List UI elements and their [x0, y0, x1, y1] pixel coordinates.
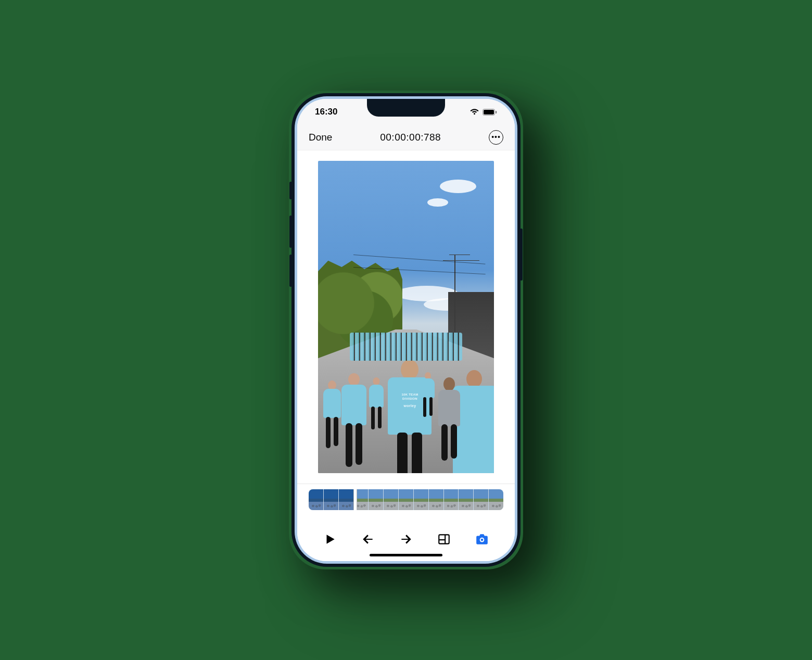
svg-rect-1: [484, 110, 494, 115]
preview-area: 10K TEAM DIVISION worley: [297, 150, 515, 484]
phone-silence-switch: [289, 182, 292, 199]
play-icon: [323, 532, 337, 546]
done-button[interactable]: Done: [309, 132, 332, 143]
step-back-button[interactable]: [358, 529, 378, 550]
nav-bar: Done 00:00:00:788 •••: [297, 125, 515, 150]
phone-notch: [367, 99, 445, 117]
crowd-distant: [350, 333, 462, 361]
timecode-display: 00:00:00:788: [380, 132, 441, 143]
svg-point-7: [481, 539, 484, 541]
playhead[interactable]: [353, 489, 357, 510]
cloud-2: [427, 198, 448, 207]
wifi-icon: [470, 108, 479, 116]
battery-icon: [483, 109, 497, 116]
timeline-thumbnail[interactable]: [414, 489, 428, 510]
timeline-thumbnail[interactable]: [489, 489, 503, 510]
timeline-thumbnail[interactable]: [474, 489, 488, 510]
phone-volume-up: [289, 215, 292, 248]
phone-volume-down: [289, 255, 292, 287]
capture-frame-button[interactable]: [472, 529, 492, 550]
timeline-thumbnail[interactable]: [399, 489, 413, 510]
camera-icon: [475, 532, 489, 546]
more-options-button[interactable]: •••: [489, 130, 503, 145]
timeline-thumbnail[interactable]: [444, 489, 459, 510]
phone-screen: 16:30 Done 00:00:00:788 •••: [297, 99, 515, 561]
phone-bezel: 16:30 Done 00:00:00:788 •••: [295, 96, 517, 564]
status-time: 16:30: [315, 107, 337, 117]
timeline-thumbnail[interactable]: [369, 489, 383, 510]
cloud-1: [440, 180, 476, 193]
compare-icon: [437, 532, 451, 546]
arrow-right-icon: [399, 532, 413, 546]
timeline-thumbnail[interactable]: [339, 489, 353, 510]
video-frame-preview[interactable]: 10K TEAM DIVISION worley: [318, 161, 494, 474]
runner-right-2: [436, 377, 462, 461]
phone-power-button: [520, 229, 523, 281]
status-indicators: [470, 108, 497, 116]
phone-frame: 16:30 Done 00:00:00:788 •••: [291, 93, 521, 567]
runner-left-2: [322, 380, 342, 448]
timeline-strip: [297, 484, 515, 521]
power-line-1: [353, 255, 485, 264]
step-forward-button[interactable]: [396, 529, 416, 550]
timeline-thumbnail[interactable]: [384, 489, 398, 510]
runner-mid-1: [367, 377, 385, 429]
timeline-thumbnail[interactable]: [309, 489, 323, 510]
home-indicator[interactable]: [370, 554, 442, 556]
compare-button[interactable]: [434, 529, 454, 550]
timeline-scrubber[interactable]: [309, 489, 503, 510]
timeline-thumbnail[interactable]: [324, 489, 338, 510]
runner-mid-2: [420, 372, 436, 417]
timeline-thumbnail[interactable]: [459, 489, 473, 510]
svg-rect-2: [496, 111, 497, 113]
timeline-thumbnail[interactable]: [429, 489, 443, 510]
runner-left-1: [339, 373, 369, 467]
arrow-left-icon: [361, 532, 375, 546]
play-button[interactable]: [320, 529, 340, 550]
